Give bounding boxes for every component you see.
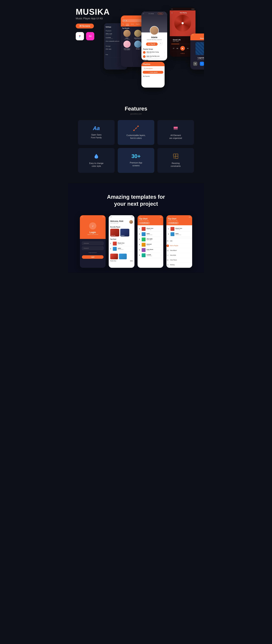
feature-card-customizable: Customizable layers,font & colors xyxy=(118,120,154,145)
template-phone-top-chart: 9:41 ●●● Top Chart Updated 3 hours ago #… xyxy=(138,215,163,268)
track-thumbnail xyxy=(170,232,174,236)
play-all-button[interactable]: ▶ Play All xyxy=(146,42,158,46)
artist-card[interactable]: Adele 1.5M Listeners xyxy=(122,30,132,40)
login-form: Username Password Forgot password? Login xyxy=(80,239,106,261)
feature-card-resize: Resizingconstraints xyxy=(158,148,194,173)
feature-card-color: Easy to changecolor style xyxy=(78,148,114,173)
playlist-item[interactable]: My Favorite xyxy=(142,75,164,78)
recently-played-section: Recently Played Good Life Opinion xyxy=(109,225,134,238)
chart-thumb-sm xyxy=(119,254,127,259)
top-chart-title: Top Chart xyxy=(139,218,162,220)
shuffle-play-button[interactable]: # Shuffle play xyxy=(168,222,179,224)
previous-control[interactable]: ⏮ xyxy=(176,47,178,49)
water-drop-icon xyxy=(93,153,100,160)
feature-label: Open SansFont Family xyxy=(91,134,102,139)
more-options-icon[interactable]: ⋮ xyxy=(160,249,162,251)
artist-avatar xyxy=(124,30,130,37)
section-title: Recently Played xyxy=(110,226,133,228)
next-control[interactable]: ⏭ xyxy=(187,47,189,49)
password-input[interactable]: Password xyxy=(82,246,104,250)
figma-icon xyxy=(76,32,84,40)
more-options-icon[interactable]: ⋮ xyxy=(160,238,162,240)
welcome-header: Welcome, Rizki Have a good day! xyxy=(109,218,134,225)
artist-card[interactable]: Alvvays xyxy=(133,40,143,50)
context-menu-item-sharing[interactable]: ⤴ Sharing xyxy=(166,262,192,267)
chart-thumb-sm xyxy=(110,254,118,259)
more-options-icon[interactable]: ⋮ xyxy=(160,228,162,230)
track-thumbnail xyxy=(170,227,174,231)
context-menu-overlay: ♥ Like + Add to Playlist ◫ View Album ♪ … xyxy=(166,238,192,268)
add-icon: + xyxy=(166,244,169,247)
features-grid: Aa Open SansFont Family Customizable lay… xyxy=(78,120,194,173)
track-thumbnail xyxy=(142,227,146,231)
chart-item[interactable]: 2 Sailor Sea Adverises xyxy=(110,246,133,252)
create-playlist-button[interactable]: + Create playlist xyxy=(143,71,163,74)
context-menu-item-view-album[interactable]: ◫ View Album xyxy=(166,248,192,253)
track-thumbnail xyxy=(142,232,146,236)
copy-link-button[interactable]: ⧉ xyxy=(193,62,197,66)
svg-point-2 xyxy=(136,128,136,129)
play-pause-button[interactable]: ▶ xyxy=(180,46,185,50)
chart-item[interactable]: 3 After Malik Martin Malik ⋮ xyxy=(139,237,162,242)
shuffle-button[interactable]: ↻ xyxy=(159,42,162,45)
context-menu-item-like[interactable]: ♥ Like xyxy=(166,239,192,244)
find-playlists-search[interactable]: 🔍 Find playlists xyxy=(143,67,163,70)
forgot-password-link[interactable]: Forgot password? xyxy=(82,251,104,254)
artist-card[interactable]: Arctic Monkeys 500k Listeners xyxy=(133,30,143,40)
song-row[interactable]: ♪ Make You Feel My Love Song • 100k ⋮ xyxy=(142,54,167,58)
music-note-icon: ♪ xyxy=(143,51,146,54)
tab-playlists[interactable]: Playlists xyxy=(136,24,140,26)
feature-label: Customizable layers,font & colors xyxy=(126,134,146,140)
song-row[interactable]: ♪ When We Were Young Song • 400k ⋮ xyxy=(142,50,167,54)
recent-cards: Good Life Opinion xyxy=(110,229,133,236)
login-button[interactable]: Login xyxy=(82,255,104,259)
facebook-share-button[interactable]: f xyxy=(200,62,204,66)
chart-item[interactable]: 2 Sailor Sea Adverises ⋮ xyxy=(139,232,162,237)
album-icon: ◫ xyxy=(166,249,169,252)
context-menu-item-color-room[interactable]: ● Color Room xyxy=(166,258,192,262)
song-more-icon[interactable]: ⋮ xyxy=(164,56,166,58)
chart-list-partial: 1 Plastic Face Lauven Age 2 Sailor Sea A… xyxy=(166,225,192,238)
features-title: Features xyxy=(76,106,196,112)
feature-card-layers: All Elementare organized xyxy=(158,120,194,145)
vinyl-record xyxy=(174,15,191,32)
feature-label: Resizingconstraints xyxy=(171,162,180,168)
chart-item[interactable]: 2 Sailor Sea Adverises xyxy=(168,232,190,237)
chart-item[interactable]: 4 Diamond Diandra ⋮ xyxy=(139,242,162,248)
chart-item[interactable]: 5 Color Room La Rola ⋮ xyxy=(139,248,162,253)
song-more-icon[interactable]: ⋮ xyxy=(164,52,166,54)
shuffle-control[interactable]: ⇄ xyxy=(173,47,174,49)
heart-icon: ♥ xyxy=(166,240,169,242)
artist-icon: ♪ xyxy=(166,254,169,256)
context-phone-header: 9:41 ●●● Top Chart Updated 3 hours ago #… xyxy=(166,215,192,225)
albums-title: Albums xyxy=(142,58,167,60)
context-menu-item-view-artist[interactable]: ♪ View Artist xyxy=(166,253,192,258)
chart-item[interactable]: 1 Plastic Face Lauven Age xyxy=(110,241,133,246)
more-options-icon[interactable]: ⋮ xyxy=(160,244,162,246)
login-subtitle: Login to your account xyxy=(82,234,104,235)
tab-genre[interactable]: Genre xyxy=(131,24,134,26)
track-thumbnail xyxy=(113,242,117,246)
tab-artists[interactable]: Artists xyxy=(126,24,129,26)
recent-card[interactable]: Opinion xyxy=(120,229,129,236)
chart-list: 1 Plastic Face Lauven Age ⋮ 2 Sailor Sea… xyxy=(138,225,163,259)
username-input[interactable]: Username xyxy=(82,242,104,245)
artist-name: Adele xyxy=(143,36,166,39)
chart-subtitle: Updated 3 hours ago xyxy=(168,220,190,221)
screens-badge[interactable]: 30 Screens xyxy=(76,24,94,28)
more-options-icon[interactable]: ⋮ xyxy=(160,233,162,235)
artist-card[interactable]: Avril Lavigne 1.1M Listeners xyxy=(122,40,132,50)
share-album-art xyxy=(196,42,204,55)
chart-item[interactable]: 1 Plastic Face Lauven Age ⋮ xyxy=(139,226,162,232)
chart-item[interactable]: 6 Confetti Confetti Band ⋮ xyxy=(139,253,162,258)
recent-card[interactable]: Good Life xyxy=(110,229,119,236)
context-menu-item-add-to-playlist[interactable]: + Add to Playlist xyxy=(166,244,192,248)
more-options-icon[interactable]: ⋮ xyxy=(160,254,162,256)
artist-avatar xyxy=(134,30,142,37)
tab-top[interactable]: Top xyxy=(122,24,124,26)
login-title: Login xyxy=(82,231,104,234)
artist-avatar xyxy=(124,40,130,48)
shuffle-play-button[interactable]: # Shuffle play xyxy=(139,222,150,224)
font-icon: Aa xyxy=(93,125,100,132)
chart-item[interactable]: 1 Plastic Face Lauven Age xyxy=(168,226,190,232)
